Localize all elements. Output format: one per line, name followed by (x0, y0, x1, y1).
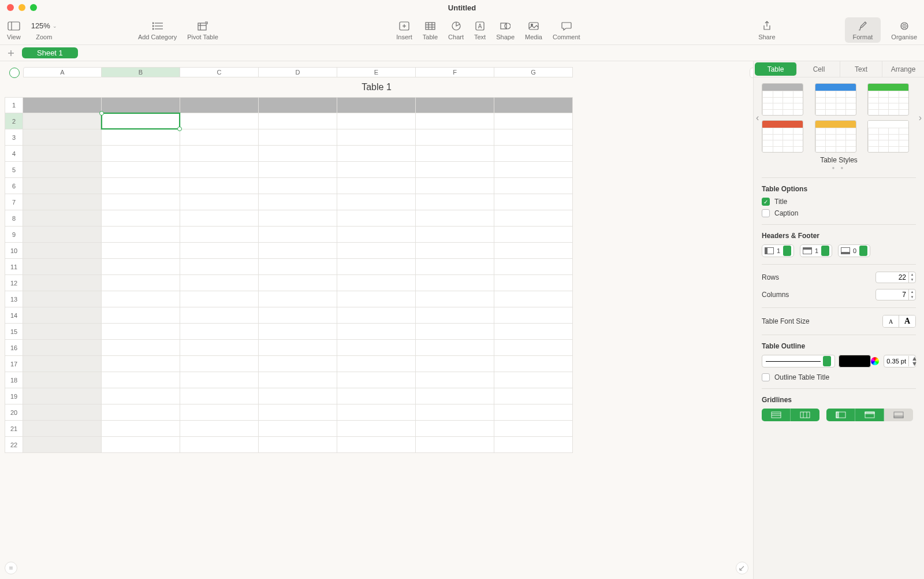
cell[interactable] (102, 356, 180, 372)
fullscreen-window-button[interactable] (30, 4, 37, 11)
cell[interactable] (337, 307, 416, 324)
row-header-1[interactable]: 1 (5, 97, 23, 113)
cell[interactable] (259, 129, 337, 146)
cell[interactable] (416, 178, 494, 194)
cell[interactable] (259, 178, 337, 194)
cell[interactable] (494, 388, 573, 404)
cell[interactable] (23, 437, 102, 453)
inspector-tab-table[interactable]: Table (755, 62, 797, 76)
cell[interactable] (102, 307, 180, 324)
row-header-15[interactable]: 15 (5, 324, 23, 340)
cell[interactable] (180, 437, 259, 453)
cell[interactable] (416, 210, 494, 227)
cell[interactable] (416, 243, 494, 259)
cell[interactable] (494, 324, 573, 340)
cell[interactable] (102, 324, 180, 340)
cell[interactable] (102, 194, 180, 210)
row-header-4[interactable]: 4 (5, 146, 23, 162)
rows-input[interactable]: ▲▼ (875, 272, 916, 283)
cell[interactable] (23, 97, 102, 113)
table-style-0[interactable] (762, 83, 803, 116)
cell[interactable] (102, 259, 180, 275)
cell[interactable] (337, 388, 416, 404)
header-columns-stepper[interactable]: 1 (762, 244, 794, 257)
cell[interactable] (180, 113, 259, 129)
styles-next-button[interactable]: › (919, 113, 922, 123)
cell[interactable] (337, 210, 416, 227)
cell[interactable] (259, 404, 337, 421)
cell[interactable] (180, 340, 259, 356)
row-header-21[interactable]: 21 (5, 421, 23, 437)
table-button[interactable]: Table (423, 20, 438, 40)
cell[interactable] (259, 97, 337, 113)
cell[interactable] (337, 178, 416, 194)
column-header-D[interactable]: D (259, 67, 337, 77)
cell[interactable] (102, 437, 180, 453)
cell[interactable] (494, 275, 573, 291)
cell[interactable] (416, 194, 494, 210)
column-header-B[interactable]: B (102, 67, 180, 77)
cell[interactable] (180, 210, 259, 227)
text-button[interactable]: A Text (474, 20, 486, 40)
row-header-22[interactable]: 22 (5, 437, 23, 453)
cell[interactable] (416, 421, 494, 437)
cell[interactable] (337, 113, 416, 129)
cell[interactable] (337, 404, 416, 421)
cell[interactable] (259, 340, 337, 356)
cell[interactable] (416, 340, 494, 356)
media-button[interactable]: Media (525, 20, 542, 40)
cell[interactable] (102, 146, 180, 162)
cell[interactable] (102, 113, 180, 129)
column-header-F[interactable]: F (416, 67, 494, 77)
cell[interactable] (102, 227, 180, 243)
cell[interactable] (416, 259, 494, 275)
cell[interactable] (494, 340, 573, 356)
outline-color-well[interactable] (839, 355, 871, 368)
row-header-9[interactable]: 9 (5, 227, 23, 243)
cell[interactable] (259, 162, 337, 178)
cell[interactable] (259, 421, 337, 437)
cell[interactable] (416, 404, 494, 421)
cell[interactable] (180, 291, 259, 307)
cell[interactable] (416, 437, 494, 453)
cell[interactable] (23, 178, 102, 194)
minimize-window-button[interactable] (18, 4, 25, 11)
add-column-handle[interactable]: ‖ (750, 68, 753, 78)
column-header-A[interactable]: A (23, 67, 102, 77)
cell[interactable] (102, 178, 180, 194)
cell[interactable] (337, 356, 416, 372)
cell[interactable] (23, 259, 102, 275)
row-header-5[interactable]: 5 (5, 162, 23, 178)
row-header-13[interactable]: 13 (5, 291, 23, 307)
down-arrow-icon[interactable]: ▼ (909, 295, 915, 300)
add-sheet-button[interactable] (5, 47, 17, 60)
cell[interactable] (23, 291, 102, 307)
cell[interactable] (180, 388, 259, 404)
up-arrow-icon[interactable]: ▲ (909, 290, 915, 295)
close-window-button[interactable] (7, 4, 14, 11)
cell[interactable] (337, 372, 416, 388)
cell[interactable] (259, 259, 337, 275)
cell[interactable] (23, 340, 102, 356)
cell[interactable] (494, 194, 573, 210)
gridlines-header-col-button[interactable] (826, 409, 855, 421)
table-origin-handle[interactable] (9, 68, 20, 78)
cell[interactable] (23, 194, 102, 210)
row-header-11[interactable]: 11 (5, 259, 23, 275)
cell[interactable] (23, 162, 102, 178)
down-arrow-icon[interactable]: ▼ (909, 361, 915, 366)
cell[interactable] (494, 421, 573, 437)
comment-button[interactable]: Comment (553, 20, 580, 40)
cell[interactable] (102, 421, 180, 437)
cell[interactable] (23, 113, 102, 129)
row-header-12[interactable]: 12 (5, 275, 23, 291)
cell[interactable] (102, 404, 180, 421)
cell[interactable] (337, 146, 416, 162)
row-header-16[interactable]: 16 (5, 340, 23, 356)
cell[interactable] (23, 210, 102, 227)
cell[interactable] (494, 307, 573, 324)
cell[interactable] (180, 146, 259, 162)
cell[interactable] (259, 388, 337, 404)
font-size-smaller-button[interactable]: A (883, 316, 899, 327)
cell[interactable] (102, 340, 180, 356)
